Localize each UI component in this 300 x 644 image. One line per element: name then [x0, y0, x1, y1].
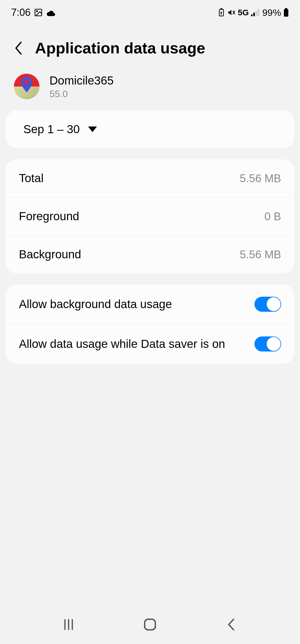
background-value: 5.56 MB: [240, 248, 281, 261]
recents-button[interactable]: [58, 613, 80, 636]
allow-background-label: Allow background data usage: [19, 298, 254, 311]
battery-saver-icon: [218, 8, 225, 17]
network-label: 5G: [238, 8, 249, 17]
svg-rect-7: [256, 11, 257, 16]
status-right: 5G 99%: [218, 7, 289, 18]
date-range-label: Sep 1 – 30: [23, 123, 80, 136]
settings-card: Allow background data usage Allow data u…: [6, 284, 294, 364]
svg-rect-5: [251, 14, 252, 16]
allow-background-toggle[interactable]: [254, 297, 281, 312]
chevron-down-icon: [88, 127, 97, 132]
allow-background-row[interactable]: Allow background data usage: [6, 284, 294, 324]
background-row: Background 5.56 MB: [6, 235, 294, 273]
status-left: 7:06: [11, 7, 56, 18]
signal-icon: [251, 9, 260, 16]
status-bar: 7:06: [0, 0, 300, 22]
app-info[interactable]: Domicile365 55.0: [0, 68, 300, 110]
home-button[interactable]: [139, 613, 161, 636]
background-label: Background: [19, 248, 240, 261]
svg-rect-10: [285, 8, 287, 9]
app-version: 55.0: [49, 88, 114, 99]
svg-point-1: [36, 11, 38, 12]
back-nav-button[interactable]: [220, 613, 242, 636]
svg-rect-6: [253, 13, 255, 16]
page-title: Application data usage: [35, 39, 205, 57]
image-icon: [34, 8, 43, 17]
total-value: 5.56 MB: [240, 172, 281, 185]
usage-card: Total 5.56 MB Foreground 0 B Background …: [6, 159, 294, 273]
svg-rect-15: [145, 619, 155, 630]
date-range-selector[interactable]: Sep 1 – 30: [6, 110, 294, 148]
svg-rect-9: [284, 9, 288, 17]
app-icon: [14, 74, 39, 99]
foreground-value: 0 B: [264, 210, 281, 223]
allow-datasaver-toggle[interactable]: [254, 336, 281, 351]
app-name: Domicile365: [49, 74, 114, 87]
foreground-row: Foreground 0 B: [6, 197, 294, 235]
foreground-label: Foreground: [19, 210, 264, 223]
cloud-icon: [46, 9, 56, 16]
total-label: Total: [19, 172, 240, 185]
allow-datasaver-label: Allow data usage while Data saver is on: [19, 337, 254, 351]
nav-bar: [0, 605, 300, 644]
status-time: 7:06: [11, 7, 31, 18]
battery-icon: [283, 8, 289, 17]
total-row: Total 5.56 MB: [6, 159, 294, 197]
battery-percent: 99%: [262, 7, 281, 18]
back-button[interactable]: [14, 41, 24, 55]
svg-point-11: [24, 80, 29, 84]
mute-icon: [227, 8, 236, 17]
app-details: Domicile365 55.0: [49, 74, 114, 99]
allow-datasaver-row[interactable]: Allow data usage while Data saver is on: [6, 324, 294, 364]
svg-rect-8: [258, 9, 259, 16]
header: Application data usage: [0, 22, 300, 68]
